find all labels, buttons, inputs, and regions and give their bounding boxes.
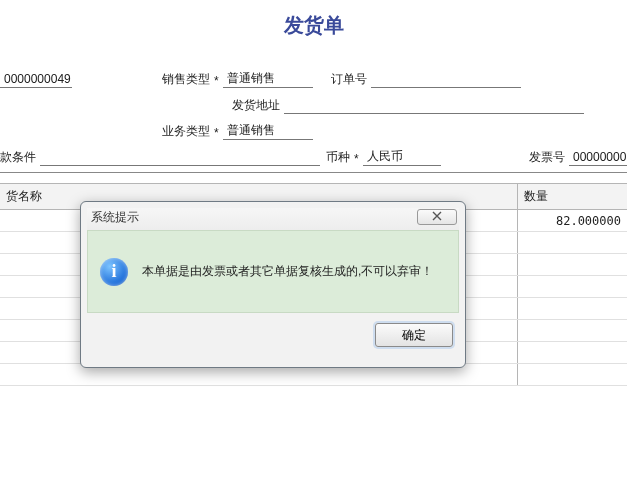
dialog-footer: 确定 [87,313,459,347]
dialog-titlebar[interactable]: 系统提示 [87,208,459,230]
system-dialog: 系统提示 i 本单据是由发票或者其它单据复核生成的,不可以弃审！ 确定 [80,201,466,368]
dialog-message: 本单据是由发票或者其它单据复核生成的,不可以弃审！ [142,263,433,280]
info-icon: i [100,258,128,286]
dialog-body: i 本单据是由发票或者其它单据复核生成的,不可以弃审！ [87,230,459,313]
close-icon [432,210,442,224]
dialog-title: 系统提示 [91,209,417,226]
close-button[interactable] [417,209,457,225]
ok-button[interactable]: 确定 [375,323,453,347]
dialog-backdrop: 系统提示 i 本单据是由发票或者其它单据复核生成的,不可以弃审！ 确定 [0,0,627,503]
